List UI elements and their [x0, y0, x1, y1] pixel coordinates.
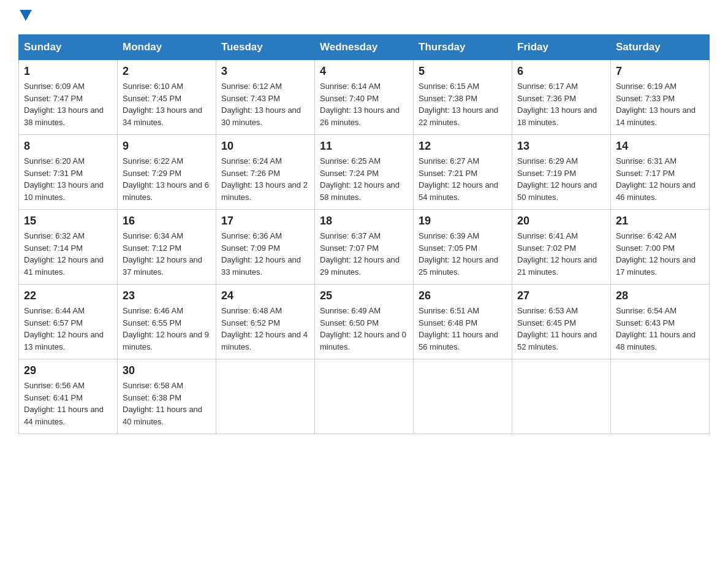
cell-sun-info: Sunrise: 6:41 AMSunset: 7:02 PMDaylight:…: [517, 230, 605, 278]
calendar-cell: 10Sunrise: 6:24 AMSunset: 7:26 PMDayligh…: [216, 135, 315, 210]
cell-sun-info: Sunrise: 6:46 AMSunset: 6:55 PMDaylight:…: [123, 305, 211, 353]
calendar-cell: 30Sunrise: 6:58 AMSunset: 6:38 PMDayligh…: [118, 359, 216, 434]
cell-sun-info: Sunrise: 6:20 AMSunset: 7:31 PMDaylight:…: [24, 155, 112, 203]
calendar-cell: 4Sunrise: 6:14 AMSunset: 7:40 PMDaylight…: [315, 60, 414, 135]
cell-sun-info: Sunrise: 6:25 AMSunset: 7:24 PMDaylight:…: [320, 155, 408, 203]
logo-triangle-icon: [20, 10, 32, 21]
calendar-table: SundayMondayTuesdayWednesdayThursdayFrid…: [18, 34, 710, 434]
cell-day-number: 4: [320, 65, 408, 78]
cell-sun-info: Sunrise: 6:51 AMSunset: 6:48 PMDaylight:…: [419, 305, 507, 353]
calendar-cell: 13Sunrise: 6:29 AMSunset: 7:19 PMDayligh…: [512, 135, 611, 210]
cell-day-number: 13: [517, 140, 605, 153]
calendar-week-row: 1Sunrise: 6:09 AMSunset: 7:47 PMDaylight…: [19, 60, 710, 135]
calendar-cell: 14Sunrise: 6:31 AMSunset: 7:17 PMDayligh…: [611, 135, 710, 210]
cell-day-number: 10: [221, 140, 309, 153]
cell-sun-info: Sunrise: 6:27 AMSunset: 7:21 PMDaylight:…: [419, 155, 507, 203]
calendar-cell: [315, 359, 414, 434]
col-header-saturday: Saturday: [611, 35, 710, 60]
cell-sun-info: Sunrise: 6:10 AMSunset: 7:45 PMDaylight:…: [123, 80, 211, 128]
page-header: [18, 12, 710, 23]
calendar-cell: 2Sunrise: 6:10 AMSunset: 7:45 PMDaylight…: [118, 60, 216, 135]
calendar-cell: 26Sunrise: 6:51 AMSunset: 6:48 PMDayligh…: [414, 285, 512, 359]
cell-sun-info: Sunrise: 6:29 AMSunset: 7:19 PMDaylight:…: [517, 155, 605, 203]
calendar-cell: 28Sunrise: 6:54 AMSunset: 6:43 PMDayligh…: [611, 285, 710, 359]
calendar-cell: 1Sunrise: 6:09 AMSunset: 7:47 PMDaylight…: [19, 60, 118, 135]
cell-day-number: 28: [616, 289, 704, 302]
cell-day-number: 9: [123, 140, 211, 153]
cell-day-number: 23: [123, 289, 211, 302]
calendar-cell: [611, 359, 710, 434]
calendar-cell: [216, 359, 315, 434]
cell-sun-info: Sunrise: 6:32 AMSunset: 7:14 PMDaylight:…: [24, 230, 112, 278]
cell-sun-info: Sunrise: 6:14 AMSunset: 7:40 PMDaylight:…: [320, 80, 408, 128]
logo: [18, 12, 32, 23]
col-header-monday: Monday: [118, 35, 216, 60]
calendar-cell: 23Sunrise: 6:46 AMSunset: 6:55 PMDayligh…: [118, 285, 216, 359]
cell-day-number: 30: [123, 364, 211, 377]
calendar-cell: 29Sunrise: 6:56 AMSunset: 6:41 PMDayligh…: [19, 359, 118, 434]
calendar-week-row: 15Sunrise: 6:32 AMSunset: 7:14 PMDayligh…: [19, 210, 710, 285]
cell-day-number: 6: [517, 65, 605, 78]
cell-day-number: 7: [616, 65, 704, 78]
cell-day-number: 24: [221, 289, 309, 302]
calendar-cell: 17Sunrise: 6:36 AMSunset: 7:09 PMDayligh…: [216, 210, 315, 285]
cell-sun-info: Sunrise: 6:22 AMSunset: 7:29 PMDaylight:…: [123, 155, 211, 203]
cell-sun-info: Sunrise: 6:37 AMSunset: 7:07 PMDaylight:…: [320, 230, 408, 278]
cell-day-number: 12: [419, 140, 507, 153]
cell-sun-info: Sunrise: 6:53 AMSunset: 6:45 PMDaylight:…: [517, 305, 605, 353]
cell-sun-info: Sunrise: 6:17 AMSunset: 7:36 PMDaylight:…: [517, 80, 605, 128]
cell-day-number: 22: [24, 289, 112, 302]
calendar-cell: 3Sunrise: 6:12 AMSunset: 7:43 PMDaylight…: [216, 60, 315, 135]
calendar-cell: 20Sunrise: 6:41 AMSunset: 7:02 PMDayligh…: [512, 210, 611, 285]
cell-sun-info: Sunrise: 6:19 AMSunset: 7:33 PMDaylight:…: [616, 80, 704, 128]
cell-sun-info: Sunrise: 6:39 AMSunset: 7:05 PMDaylight:…: [419, 230, 507, 278]
cell-day-number: 1: [24, 65, 112, 78]
calendar-week-row: 8Sunrise: 6:20 AMSunset: 7:31 PMDaylight…: [19, 135, 710, 210]
cell-day-number: 27: [517, 289, 605, 302]
cell-day-number: 15: [24, 215, 112, 228]
calendar-cell: 7Sunrise: 6:19 AMSunset: 7:33 PMDaylight…: [611, 60, 710, 135]
calendar-cell: 18Sunrise: 6:37 AMSunset: 7:07 PMDayligh…: [315, 210, 414, 285]
cell-day-number: 29: [24, 364, 112, 377]
cell-sun-info: Sunrise: 6:15 AMSunset: 7:38 PMDaylight:…: [419, 80, 507, 128]
calendar-cell: 8Sunrise: 6:20 AMSunset: 7:31 PMDaylight…: [19, 135, 118, 210]
cell-sun-info: Sunrise: 6:54 AMSunset: 6:43 PMDaylight:…: [616, 305, 704, 353]
calendar-week-row: 22Sunrise: 6:44 AMSunset: 6:57 PMDayligh…: [19, 285, 710, 359]
cell-day-number: 21: [616, 215, 704, 228]
cell-day-number: 25: [320, 289, 408, 302]
col-header-thursday: Thursday: [414, 35, 512, 60]
calendar-header-row: SundayMondayTuesdayWednesdayThursdayFrid…: [19, 35, 710, 60]
cell-sun-info: Sunrise: 6:48 AMSunset: 6:52 PMDaylight:…: [221, 305, 309, 353]
cell-sun-info: Sunrise: 6:49 AMSunset: 6:50 PMDaylight:…: [320, 305, 408, 353]
col-header-wednesday: Wednesday: [315, 35, 414, 60]
calendar-cell: 16Sunrise: 6:34 AMSunset: 7:12 PMDayligh…: [118, 210, 216, 285]
calendar-cell: [414, 359, 512, 434]
cell-day-number: 18: [320, 215, 408, 228]
calendar-cell: [512, 359, 611, 434]
cell-sun-info: Sunrise: 6:09 AMSunset: 7:47 PMDaylight:…: [24, 80, 112, 128]
cell-day-number: 16: [123, 215, 211, 228]
calendar-cell: 12Sunrise: 6:27 AMSunset: 7:21 PMDayligh…: [414, 135, 512, 210]
cell-sun-info: Sunrise: 6:31 AMSunset: 7:17 PMDaylight:…: [616, 155, 704, 203]
cell-sun-info: Sunrise: 6:42 AMSunset: 7:00 PMDaylight:…: [616, 230, 704, 278]
calendar-cell: 25Sunrise: 6:49 AMSunset: 6:50 PMDayligh…: [315, 285, 414, 359]
cell-day-number: 20: [517, 215, 605, 228]
cell-sun-info: Sunrise: 6:56 AMSunset: 6:41 PMDaylight:…: [24, 380, 112, 427]
cell-day-number: 17: [221, 215, 309, 228]
cell-sun-info: Sunrise: 6:34 AMSunset: 7:12 PMDaylight:…: [123, 230, 211, 278]
calendar-cell: 5Sunrise: 6:15 AMSunset: 7:38 PMDaylight…: [414, 60, 512, 135]
cell-sun-info: Sunrise: 6:36 AMSunset: 7:09 PMDaylight:…: [221, 230, 309, 278]
cell-day-number: 8: [24, 140, 112, 153]
cell-day-number: 5: [419, 65, 507, 78]
cell-sun-info: Sunrise: 6:44 AMSunset: 6:57 PMDaylight:…: [24, 305, 112, 353]
cell-day-number: 11: [320, 140, 408, 153]
calendar-cell: 9Sunrise: 6:22 AMSunset: 7:29 PMDaylight…: [118, 135, 216, 210]
cell-day-number: 3: [221, 65, 309, 78]
cell-day-number: 26: [419, 289, 507, 302]
calendar-cell: 6Sunrise: 6:17 AMSunset: 7:36 PMDaylight…: [512, 60, 611, 135]
col-header-sunday: Sunday: [19, 35, 118, 60]
cell-day-number: 19: [419, 215, 507, 228]
cell-day-number: 14: [616, 140, 704, 153]
cell-sun-info: Sunrise: 6:58 AMSunset: 6:38 PMDaylight:…: [123, 380, 211, 427]
calendar-week-row: 29Sunrise: 6:56 AMSunset: 6:41 PMDayligh…: [19, 359, 710, 434]
